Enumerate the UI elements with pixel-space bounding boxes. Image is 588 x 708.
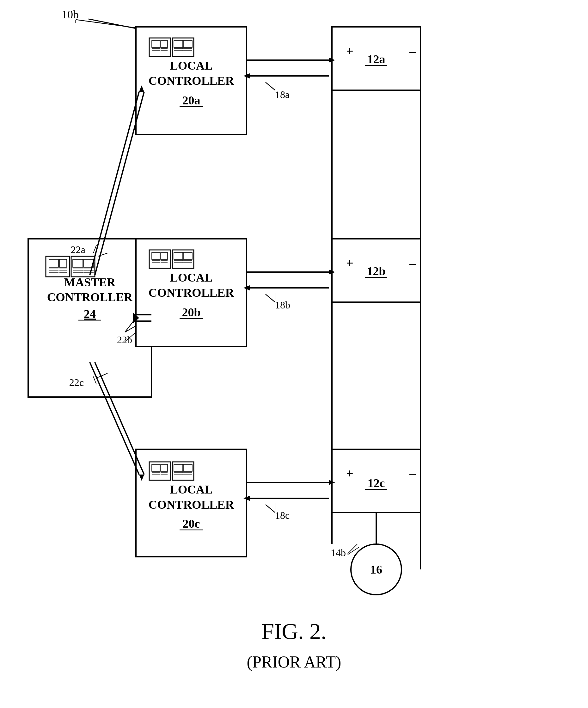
bat-b-plus-label: + (346, 256, 353, 270)
svg-rect-19 (152, 40, 160, 48)
svg-rect-20 (161, 40, 167, 48)
bat-b-minus-label: – (409, 256, 416, 270)
bat-a-ref-label: 12a (367, 53, 385, 66)
lc-a-ref-label: 20a (182, 94, 200, 107)
bat-c-minus-label: – (409, 466, 416, 480)
svg-line-75 (266, 82, 275, 90)
diagram: 10b MASTER CONTROLLER 24 LOCAL CONTROLLE… (0, 0, 588, 708)
ref-10b-label: 10b (62, 8, 79, 21)
ref-18c-label: 18c (275, 510, 289, 521)
svg-rect-40 (174, 253, 183, 259)
svg-rect-48 (161, 464, 167, 471)
ref-18b-label: 18b (275, 299, 290, 311)
gen-ref-label: 16 (370, 563, 382, 576)
master-line1-label: MASTER (64, 275, 116, 289)
svg-rect-33 (152, 253, 160, 259)
bat-b-ref-label: 12b (367, 264, 385, 278)
master-line2-label: CONTROLLER (47, 290, 133, 304)
svg-line-86 (76, 20, 136, 28)
fig-subtitle-label: (PRIOR ART) (247, 653, 341, 671)
svg-line-81 (266, 505, 275, 512)
ref-18a-label: 18a (275, 89, 289, 100)
lc-a-line1-label: LOCAL (170, 59, 212, 72)
ref-22b-label: 22b (117, 334, 132, 346)
svg-rect-55 (183, 464, 192, 471)
fig-title-label: FIG. 2. (261, 619, 327, 644)
bat-a-plus-label: + (346, 44, 353, 58)
lc-b-line2-label: CONTROLLER (149, 286, 234, 299)
svg-rect-26 (174, 40, 183, 48)
svg-rect-1 (49, 259, 59, 267)
svg-rect-47 (152, 464, 160, 471)
bat-c-ref-label: 12c (368, 476, 385, 490)
svg-rect-54 (174, 464, 183, 471)
ref-22a-label: 22a (71, 244, 85, 255)
svg-line-79 (266, 294, 275, 302)
lc-c-line2-label: CONTROLLER (149, 498, 234, 511)
leader-14b (348, 544, 357, 554)
lc-b-line1-label: LOCAL (170, 271, 212, 284)
lc-a-line2-label: CONTROLLER (149, 74, 234, 87)
svg-rect-34 (161, 253, 167, 259)
diagram-svg: 10b MASTER CONTROLLER 24 LOCAL CONTROLLE… (0, 0, 588, 708)
ref-22c-label: 22c (69, 377, 84, 388)
lc-b-ref-label: 20b (182, 305, 200, 319)
svg-rect-27 (183, 40, 192, 48)
lc-c-ref-label: 20c (183, 517, 200, 530)
svg-rect-2 (59, 259, 67, 267)
svg-rect-10 (73, 259, 83, 267)
ref-14b-label: 14b (331, 547, 346, 558)
master-ref-label: 24 (84, 307, 96, 321)
svg-rect-41 (183, 253, 192, 259)
bat-c-plus-label: + (346, 466, 353, 480)
lc-c-line1-label: LOCAL (170, 483, 212, 496)
bat-a-minus-label: – (409, 44, 416, 58)
